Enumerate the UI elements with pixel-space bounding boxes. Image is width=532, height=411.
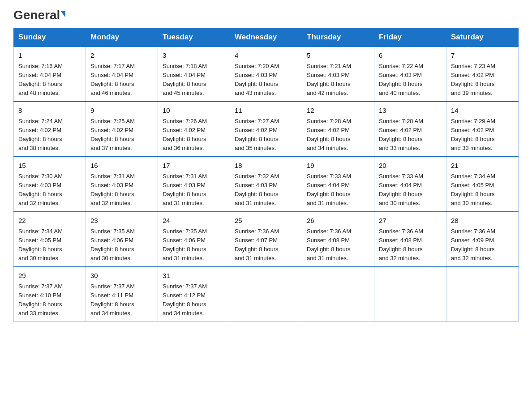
weekday-header-monday: Monday [86,28,158,47]
day-info: Sunrise: 7:27 AMSunset: 4:02 PMDaylight:… [235,118,279,151]
day-number: 24 [163,216,225,226]
week-row-2: 8Sunrise: 7:24 AMSunset: 4:02 PMDaylight… [14,102,519,157]
day-cell-13: 13Sunrise: 7:28 AMSunset: 4:02 PMDayligh… [374,102,446,157]
day-info: Sunrise: 7:16 AMSunset: 4:04 PMDaylight:… [18,63,63,96]
day-number: 1 [18,51,81,61]
day-info: Sunrise: 7:35 AMSunset: 4:06 PMDaylight:… [90,228,135,261]
day-info: Sunrise: 7:17 AMSunset: 4:04 PMDaylight:… [90,63,135,96]
day-number: 10 [163,106,225,116]
day-cell-12: 12Sunrise: 7:28 AMSunset: 4:02 PMDayligh… [302,102,374,157]
day-number: 5 [307,51,369,61]
calendar-table: SundayMondayTuesdayWednesdayThursdayFrid… [13,28,519,322]
day-number: 14 [451,106,514,116]
day-cell-1: 1Sunrise: 7:16 AMSunset: 4:04 PMDaylight… [14,47,86,102]
day-number: 25 [235,216,297,226]
day-cell-3: 3Sunrise: 7:18 AMSunset: 4:04 PMDaylight… [158,47,230,102]
weekday-header-friday: Friday [374,28,446,47]
day-number: 21 [451,161,514,171]
day-info: Sunrise: 7:34 AMSunset: 4:05 PMDaylight:… [451,173,495,206]
day-cell-24: 24Sunrise: 7:35 AMSunset: 4:06 PMDayligh… [158,212,230,267]
day-number: 28 [451,216,514,226]
day-number: 30 [90,271,153,281]
day-info: Sunrise: 7:37 AMSunset: 4:11 PMDaylight:… [90,283,135,317]
day-cell-16: 16Sunrise: 7:31 AMSunset: 4:03 PMDayligh… [86,157,158,212]
day-cell-8: 8Sunrise: 7:24 AMSunset: 4:02 PMDaylight… [14,102,86,157]
day-number: 19 [307,161,369,171]
day-cell-19: 19Sunrise: 7:33 AMSunset: 4:04 PMDayligh… [302,157,374,212]
day-cell-11: 11Sunrise: 7:27 AMSunset: 4:02 PMDayligh… [230,102,302,157]
day-info: Sunrise: 7:32 AMSunset: 4:03 PMDaylight:… [235,173,279,206]
logo-arrow-icon [61,11,65,17]
day-info: Sunrise: 7:21 AMSunset: 4:03 PMDaylight:… [307,63,351,96]
page-header: General [13,9,519,20]
day-number: 29 [18,271,81,281]
day-cell-22: 22Sunrise: 7:34 AMSunset: 4:05 PMDayligh… [14,212,86,267]
day-number: 6 [379,51,442,61]
day-info: Sunrise: 7:36 AMSunset: 4:09 PMDaylight:… [451,228,495,261]
day-info: Sunrise: 7:28 AMSunset: 4:02 PMDaylight:… [307,118,351,151]
day-cell-18: 18Sunrise: 7:32 AMSunset: 4:03 PMDayligh… [230,157,302,212]
day-cell-2: 2Sunrise: 7:17 AMSunset: 4:04 PMDaylight… [86,47,158,102]
week-row-5: 29Sunrise: 7:37 AMSunset: 4:10 PMDayligh… [14,267,519,322]
day-cell-14: 14Sunrise: 7:29 AMSunset: 4:02 PMDayligh… [446,102,519,157]
day-number: 31 [163,271,225,281]
day-number: 7 [451,51,514,61]
day-info: Sunrise: 7:22 AMSunset: 4:03 PMDaylight:… [379,63,423,96]
day-cell-5: 5Sunrise: 7:21 AMSunset: 4:03 PMDaylight… [302,47,374,102]
day-cell-26: 26Sunrise: 7:36 AMSunset: 4:08 PMDayligh… [302,212,374,267]
week-row-1: 1Sunrise: 7:16 AMSunset: 4:04 PMDaylight… [14,47,519,102]
day-number: 4 [235,51,297,61]
weekday-header-thursday: Thursday [302,28,374,47]
day-info: Sunrise: 7:23 AMSunset: 4:02 PMDaylight:… [451,63,495,96]
week-row-3: 15Sunrise: 7:30 AMSunset: 4:03 PMDayligh… [14,157,519,212]
weekday-header-wednesday: Wednesday [230,28,302,47]
day-info: Sunrise: 7:28 AMSunset: 4:02 PMDaylight:… [379,118,423,151]
day-info: Sunrise: 7:25 AMSunset: 4:02 PMDaylight:… [90,118,135,151]
day-number: 2 [90,51,153,61]
day-number: 22 [18,216,81,226]
day-cell-17: 17Sunrise: 7:31 AMSunset: 4:03 PMDayligh… [158,157,230,212]
day-info: Sunrise: 7:37 AMSunset: 4:12 PMDaylight:… [163,283,207,317]
day-number: 8 [18,106,81,116]
day-cell-27: 27Sunrise: 7:36 AMSunset: 4:08 PMDayligh… [374,212,446,267]
day-info: Sunrise: 7:36 AMSunset: 4:08 PMDaylight:… [379,228,423,261]
week-row-4: 22Sunrise: 7:34 AMSunset: 4:05 PMDayligh… [14,212,519,267]
day-cell-31: 31Sunrise: 7:37 AMSunset: 4:12 PMDayligh… [158,267,230,322]
empty-cell [302,267,374,322]
day-cell-25: 25Sunrise: 7:36 AMSunset: 4:07 PMDayligh… [230,212,302,267]
day-cell-28: 28Sunrise: 7:36 AMSunset: 4:09 PMDayligh… [446,212,519,267]
day-cell-15: 15Sunrise: 7:30 AMSunset: 4:03 PMDayligh… [14,157,86,212]
weekday-header-saturday: Saturday [446,28,519,47]
day-cell-9: 9Sunrise: 7:25 AMSunset: 4:02 PMDaylight… [86,102,158,157]
logo-text: General [13,9,65,21]
day-info: Sunrise: 7:24 AMSunset: 4:02 PMDaylight:… [18,118,63,151]
day-number: 27 [379,216,442,226]
empty-cell [374,267,446,322]
weekday-header-row: SundayMondayTuesdayWednesdayThursdayFrid… [14,28,519,47]
day-info: Sunrise: 7:37 AMSunset: 4:10 PMDaylight:… [18,283,63,317]
day-cell-29: 29Sunrise: 7:37 AMSunset: 4:10 PMDayligh… [14,267,86,322]
day-info: Sunrise: 7:34 AMSunset: 4:05 PMDaylight:… [18,228,63,261]
day-info: Sunrise: 7:30 AMSunset: 4:03 PMDaylight:… [18,173,63,206]
day-cell-7: 7Sunrise: 7:23 AMSunset: 4:02 PMDaylight… [446,47,519,102]
day-number: 12 [307,106,369,116]
day-info: Sunrise: 7:33 AMSunset: 4:04 PMDaylight:… [307,173,351,206]
day-cell-23: 23Sunrise: 7:35 AMSunset: 4:06 PMDayligh… [86,212,158,267]
day-info: Sunrise: 7:29 AMSunset: 4:02 PMDaylight:… [451,118,495,151]
empty-cell [230,267,302,322]
day-number: 13 [379,106,442,116]
day-number: 15 [18,161,81,171]
day-cell-6: 6Sunrise: 7:22 AMSunset: 4:03 PMDaylight… [374,47,446,102]
day-number: 16 [90,161,153,171]
day-info: Sunrise: 7:18 AMSunset: 4:04 PMDaylight:… [163,63,207,96]
weekday-header-sunday: Sunday [14,28,86,47]
day-number: 17 [163,161,225,171]
day-number: 20 [379,161,442,171]
day-cell-20: 20Sunrise: 7:33 AMSunset: 4:04 PMDayligh… [374,157,446,212]
day-number: 3 [163,51,225,61]
day-cell-4: 4Sunrise: 7:20 AMSunset: 4:03 PMDaylight… [230,47,302,102]
logo: General [13,9,65,20]
weekday-header-tuesday: Tuesday [158,28,230,47]
day-info: Sunrise: 7:35 AMSunset: 4:06 PMDaylight:… [163,228,207,261]
day-info: Sunrise: 7:26 AMSunset: 4:02 PMDaylight:… [163,118,207,151]
